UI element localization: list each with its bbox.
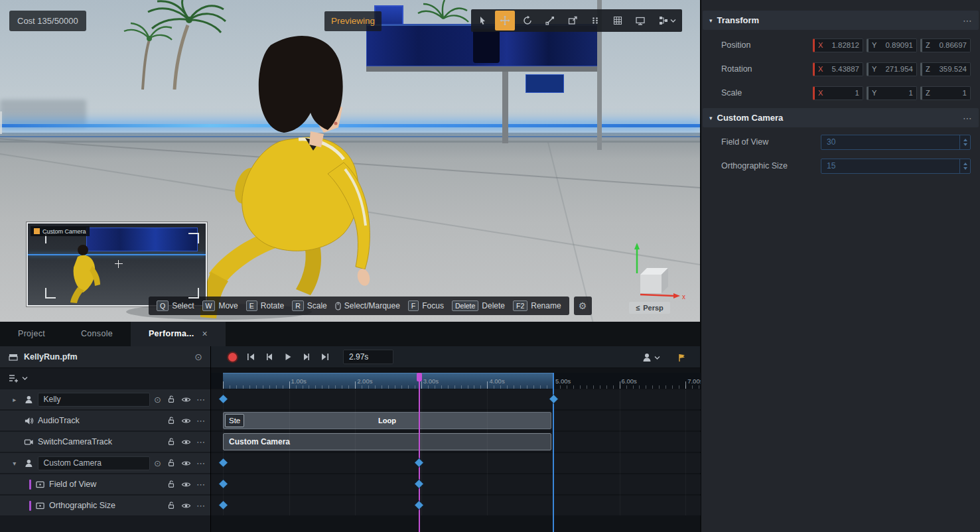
eye-icon[interactable]	[181, 395, 191, 405]
keyframe-diamond[interactable]	[415, 501, 423, 509]
more-icon[interactable]: ⋯	[196, 437, 205, 447]
play-button[interactable]	[283, 352, 293, 362]
position-z-field[interactable]: Z0.86697	[920, 38, 971, 52]
track-row-audio[interactable]: AudioTrack ⋯	[0, 411, 210, 431]
timeline-row-custom-camera[interactable]	[211, 453, 701, 473]
lock-icon[interactable]	[167, 395, 176, 404]
timeline-clip[interactable]: Custom Camera	[223, 433, 551, 450]
expander-icon[interactable]: ▾	[9, 460, 20, 467]
lock-icon[interactable]	[167, 458, 176, 468]
clip-name-field[interactable]: Ste	[225, 414, 244, 427]
orthographic-size-input[interactable]	[821, 159, 971, 174]
eye-icon[interactable]	[181, 458, 191, 468]
timeline-row-orthographic-size[interactable]	[211, 496, 701, 515]
tab-performance[interactable]: Performa... ×	[131, 322, 226, 346]
keyframe-diamond[interactable]	[219, 501, 228, 509]
timeline-row-kelly[interactable]	[211, 389, 701, 409]
track-name-field[interactable]: Custom Camera	[38, 456, 151, 470]
snap-tool-button[interactable]	[585, 11, 605, 31]
more-icon[interactable]: ⋯	[196, 395, 205, 405]
scene-viewport[interactable]: Cost 135/50000 Previewing x	[0, 0, 700, 322]
tab-console[interactable]: Console	[63, 322, 131, 346]
eye-icon[interactable]	[181, 501, 191, 511]
capture-tool-button[interactable]	[563, 11, 583, 31]
stepper-up-icon[interactable]	[963, 139, 967, 141]
grid-tool-button[interactable]	[608, 11, 628, 31]
step-back-button[interactable]	[265, 352, 274, 362]
chevron-down-icon[interactable]	[22, 375, 28, 381]
record-button[interactable]	[228, 353, 237, 362]
target-icon[interactable]: ⊙	[194, 352, 202, 362]
expander-icon[interactable]: ▸	[9, 396, 20, 403]
timeline-row-audio[interactable]: SteLoop	[211, 411, 701, 431]
stepper[interactable]	[959, 159, 970, 173]
lock-icon[interactable]	[167, 480, 176, 489]
display-tool-button[interactable]	[630, 11, 650, 31]
viewport-settings-button[interactable]: ⚙	[574, 297, 592, 315]
skip-to-start-button[interactable]	[246, 352, 255, 362]
move-tool-button[interactable]	[495, 11, 515, 31]
custom-camera-section-header[interactable]: ▾ Custom Camera ⋯	[703, 108, 979, 127]
keyframe-diamond[interactable]	[415, 458, 423, 467]
timeline-clip[interactable]: SteLoop	[223, 412, 551, 429]
actor-visibility-button[interactable]	[642, 352, 660, 363]
track-name-field[interactable]: Kelly	[38, 393, 151, 407]
more-icon[interactable]: ⋯	[963, 113, 972, 123]
scale-y-field[interactable]: Y1	[867, 86, 917, 100]
current-time-field[interactable]: 2.97s	[343, 350, 393, 364]
track-row-orthographic-size[interactable]: Orthographic Size ⋯	[0, 496, 210, 515]
stepper[interactable]	[959, 135, 970, 149]
rotation-y-field[interactable]: Y271.954	[867, 62, 917, 76]
rotation-x-field[interactable]: X5.43887	[813, 62, 863, 76]
stepper-down-icon[interactable]	[963, 167, 967, 170]
position-y-field[interactable]: Y0.89091	[867, 38, 917, 52]
rotate-tool-button[interactable]	[518, 11, 537, 31]
more-icon[interactable]: ⋯	[196, 458, 205, 468]
close-icon[interactable]: ×	[202, 322, 208, 346]
keyframe-diamond[interactable]	[549, 395, 558, 403]
track-row-custom-camera[interactable]: ▾ Custom Camera ⊙ ⋯	[0, 453, 210, 473]
field-of-view-input[interactable]	[821, 135, 971, 150]
keyframe-diamond[interactable]	[219, 395, 228, 403]
hierarchy-tool-button[interactable]	[653, 11, 681, 31]
eye-icon[interactable]	[181, 480, 191, 490]
scale-tool-button[interactable]	[540, 11, 560, 31]
scale-z-field[interactable]: Z1	[920, 86, 971, 100]
track-row-switch-camera[interactable]: SwitchCameraTrack ⋯	[0, 432, 210, 452]
flag-button[interactable]	[677, 353, 687, 362]
projection-toggle[interactable]: ≤ Persp	[629, 302, 670, 314]
keyframe-diamond[interactable]	[219, 480, 228, 488]
track-row-kelly[interactable]: ▸ Kelly ⊙ ⋯	[0, 389, 210, 409]
more-icon[interactable]: ⋯	[963, 15, 972, 26]
step-forward-button[interactable]	[302, 352, 311, 362]
lock-icon[interactable]	[167, 437, 176, 446]
target-icon[interactable]: ⊙	[154, 395, 161, 405]
performance-file-row[interactable]: KellyRun.pfm ⊙	[0, 346, 210, 368]
keyframe-diamond[interactable]	[415, 480, 423, 488]
eye-icon[interactable]	[181, 437, 191, 447]
cursor-tool-button[interactable]	[472, 11, 492, 31]
lock-icon[interactable]	[167, 416, 176, 425]
field-of-view-value[interactable]	[821, 135, 958, 149]
add-track-icon[interactable]	[8, 373, 19, 383]
skip-to-end-button[interactable]	[320, 352, 330, 362]
scale-x-field[interactable]: X1	[813, 86, 863, 100]
stepper-up-icon[interactable]	[963, 163, 967, 165]
orthographic-size-value[interactable]	[821, 159, 958, 173]
transform-section-header[interactable]: ▾ Transform ⋯	[703, 11, 979, 30]
stepper-down-icon[interactable]	[963, 143, 967, 146]
timeline-row-field-of-view[interactable]	[211, 474, 701, 494]
rotation-z-field[interactable]: Z359.524	[920, 62, 971, 76]
playhead-handle[interactable]	[417, 373, 422, 381]
track-row-field-of-view[interactable]: Field of View ⋯	[0, 474, 210, 494]
more-icon[interactable]: ⋯	[196, 501, 205, 511]
position-x-field[interactable]: X1.82812	[813, 38, 863, 52]
eye-icon[interactable]	[181, 416, 191, 426]
tab-project[interactable]: Project	[0, 322, 63, 346]
more-icon[interactable]: ⋯	[196, 480, 205, 490]
more-icon[interactable]: ⋯	[196, 416, 205, 426]
keyframe-diamond[interactable]	[219, 458, 228, 467]
target-icon[interactable]: ⊙	[154, 458, 161, 468]
lock-icon[interactable]	[167, 501, 176, 510]
timeline-row-switch-camera[interactable]: Custom Camera	[211, 432, 701, 452]
